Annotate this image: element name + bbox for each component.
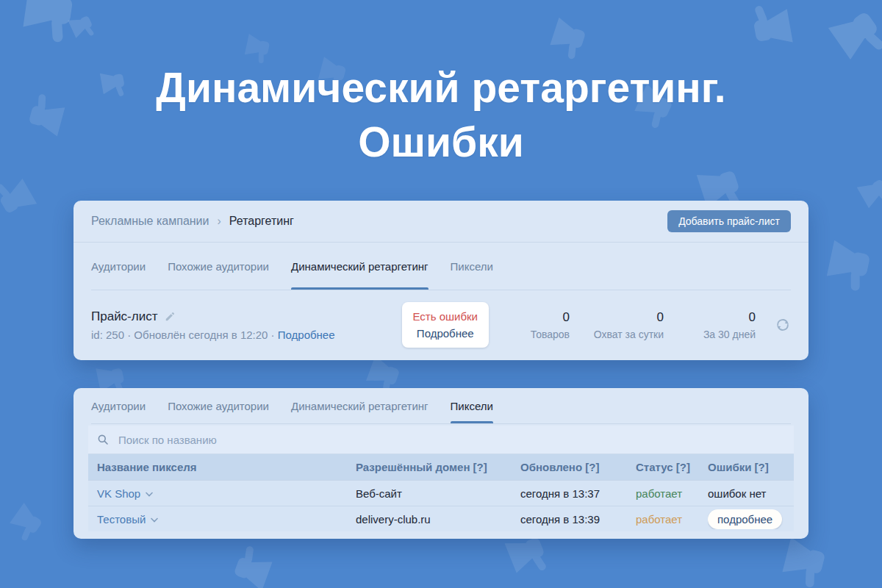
tab-audiences[interactable]: Аудитории <box>91 243 146 290</box>
card-header: Рекламные кампании › Ретаргетинг Добавит… <box>74 201 808 243</box>
pixel-status: работает <box>636 487 708 500</box>
col-header-status[interactable]: Статус [?] <box>636 461 708 473</box>
pixels-table-container: Название пикселя Разрешённый домен [?] О… <box>88 426 794 531</box>
tab-dynamic-retargeting[interactable]: Динамический ретаргетинг <box>291 388 429 423</box>
pricelist-info: Прайс-лист id: 250 · Обновлён сегодня в … <box>91 309 402 341</box>
col-header-allowed-domain[interactable]: Разрешённый домен [?] <box>356 461 520 473</box>
stat-30-days-label: За 30 дней <box>686 329 756 340</box>
pixels-card: Аудитории Похожие аудитории Динамический… <box>74 388 808 539</box>
megaphone-icon <box>0 500 53 553</box>
tabs-card2: Аудитории Похожие аудитории Динамический… <box>91 388 791 424</box>
pixel-name-link[interactable]: VK Shop <box>88 487 356 500</box>
col-header-errors[interactable]: Ошибки [?] <box>708 461 794 473</box>
megaphone-icon <box>818 237 882 304</box>
page-title-line2: Ошибки <box>0 115 882 169</box>
pixel-name-text: Тестовый <box>97 513 146 526</box>
pixel-name-link[interactable]: Тестовый <box>88 513 356 526</box>
stat-30-days-value: 0 <box>686 310 756 325</box>
pixel-domain: delivery-club.ru <box>356 513 520 526</box>
col-header-updated[interactable]: Обновлено [?] <box>520 461 636 473</box>
tabs-card1: Аудитории Похожие аудитории Динамический… <box>91 243 791 290</box>
error-badge: Есть ошибки Подробнее <box>402 302 489 348</box>
stat-30-days: 0 За 30 дней <box>686 310 756 340</box>
stat-goods: 0 Товаров <box>511 310 570 340</box>
stat-daily-reach-label: Охват за сутки <box>592 329 664 340</box>
pixel-name-text: VK Shop <box>97 487 140 500</box>
pixel-domain: Веб-сайт <box>356 487 520 500</box>
error-details-link[interactable]: Подробнее <box>413 325 478 342</box>
tab-dynamic-retargeting[interactable]: Динамический ретаргетинг <box>291 243 429 290</box>
refresh-icon[interactable] <box>775 317 791 333</box>
tab-pixels[interactable]: Пиксели <box>451 388 493 423</box>
page-title-line1: Динамический ретаргетинг. <box>0 60 882 115</box>
table-header-row: Название пикселя Разрешённый домен [?] О… <box>88 454 794 480</box>
stat-goods-label: Товаров <box>511 329 570 340</box>
stat-daily-reach: 0 Охват за сутки <box>592 310 664 340</box>
breadcrumb-current: Ретаргетинг <box>229 215 294 228</box>
stat-goods-value: 0 <box>511 310 570 325</box>
megaphone-icon <box>0 165 41 225</box>
megaphone-icon <box>738 0 797 52</box>
pricelist-name: Прайс-лист <box>91 309 158 324</box>
chevron-down-icon <box>146 492 153 497</box>
add-pricelist-button[interactable]: Добавить прайс-лист <box>667 210 791 232</box>
search-icon <box>97 434 109 445</box>
pixel-errors-details-button[interactable]: подробнее <box>708 509 782 529</box>
chevron-down-icon <box>151 517 158 523</box>
megaphone-icon <box>853 170 882 220</box>
col-header-pixel-name: Название пикселя <box>88 461 356 473</box>
pixel-status: работает <box>636 513 708 526</box>
pixel-errors: ошибок нет <box>708 487 794 500</box>
pricelist-row: Прайс-лист id: 250 · Обновлён сегодня в … <box>74 290 808 359</box>
megaphone-icon <box>65 8 104 47</box>
megaphone-icon <box>14 0 89 56</box>
pixel-errors-cell: подробнее <box>708 509 794 529</box>
pixel-updated: сегодня в 13:37 <box>520 487 636 500</box>
retargeting-pricelist-card: Рекламные кампании › Ретаргетинг Добавит… <box>74 201 808 360</box>
tab-pixels[interactable]: Пиксели <box>451 243 493 290</box>
pricelist-meta: id: 250 · Обновлён сегодня в 12:20 · <box>91 329 275 341</box>
breadcrumb-parent[interactable]: Рекламные кампании <box>91 215 209 228</box>
search-bar <box>88 426 794 454</box>
edit-pencil-icon[interactable] <box>165 312 175 322</box>
page-title: Динамический ретаргетинг. Ошибки <box>0 60 882 169</box>
tab-lookalike-audiences[interactable]: Похожие аудитории <box>168 243 269 290</box>
tab-audiences[interactable]: Аудитории <box>91 388 146 423</box>
error-status-text: Есть ошибки <box>413 308 478 325</box>
table-row: Тестовый delivery-club.ru сегодня в 13:3… <box>88 506 794 531</box>
pricelist-details-link[interactable]: Подробнее <box>278 329 335 341</box>
table-row: VK Shop Веб-сайт сегодня в 13:37 работае… <box>88 480 794 506</box>
megaphone-icon <box>773 534 839 588</box>
breadcrumb-separator-icon: › <box>217 215 220 228</box>
pixel-updated: сегодня в 13:39 <box>520 513 636 526</box>
search-input[interactable] <box>117 433 785 447</box>
tab-lookalike-audiences[interactable]: Похожие аудитории <box>168 388 269 423</box>
stat-daily-reach-value: 0 <box>592 310 664 325</box>
megaphone-icon <box>221 534 282 588</box>
